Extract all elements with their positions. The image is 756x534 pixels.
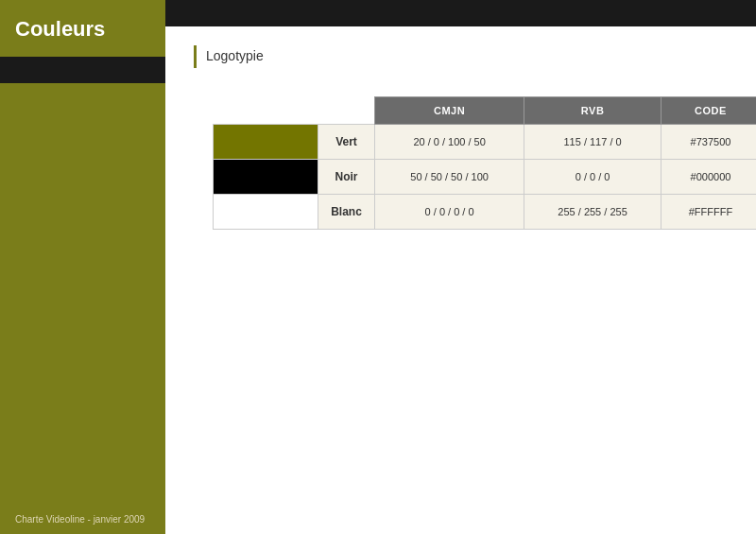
header-cmjn: CMJN <box>375 96 524 124</box>
main-top-bar <box>165 0 756 26</box>
color-swatch-cell <box>214 159 318 194</box>
sidebar-footer: Charte Videoline - janvier 2009 <box>0 505 165 534</box>
color-label: Blanc <box>318 194 375 229</box>
table-row: Noir50 / 50 / 50 / 1000 / 0 / 0#000000 <box>214 159 757 194</box>
sidebar-black-bar <box>0 57 165 83</box>
table-row: Vert20 / 0 / 100 / 50115 / 117 / 0#73750… <box>214 124 757 159</box>
color-table-wrapper: CMJN RVB CODE Vert20 / 0 / 100 / 50115 /… <box>213 96 756 230</box>
color-swatch-vert <box>214 125 318 159</box>
color-cmjn: 50 / 50 / 50 / 100 <box>375 159 524 194</box>
color-rvb: 0 / 0 / 0 <box>524 159 662 194</box>
color-swatch-cell <box>214 194 318 229</box>
section-header: Logotypie <box>194 45 756 68</box>
color-swatch-blanc <box>214 195 318 229</box>
color-rvb: 255 / 255 / 255 <box>524 194 662 229</box>
color-rvb: 115 / 117 / 0 <box>524 124 662 159</box>
main-content-area: Logotypie CMJN RVB CODE Vert20 / 0 / 100… <box>165 0 756 534</box>
main-content: Logotypie CMJN RVB CODE Vert20 / 0 / 100… <box>165 26 756 534</box>
color-swatch-noir <box>214 160 318 194</box>
color-label: Noir <box>318 159 375 194</box>
color-table: CMJN RVB CODE Vert20 / 0 / 100 / 50115 /… <box>213 96 756 230</box>
header-code: CODE <box>661 96 756 124</box>
color-code: #FFFFFF <box>661 194 756 229</box>
color-code: #000000 <box>661 159 756 194</box>
color-swatch-cell <box>214 124 318 159</box>
sidebar: Couleurs Charte Videoline - janvier 2009 <box>0 0 165 534</box>
header-rvb: RVB <box>524 96 662 124</box>
section-border-accent <box>194 45 197 68</box>
table-row: Blanc0 / 0 / 0 / 0255 / 255 / 255#FFFFFF <box>214 194 757 229</box>
color-cmjn: 0 / 0 / 0 / 0 <box>375 194 524 229</box>
table-header-row: CMJN RVB CODE <box>214 96 757 124</box>
color-code: #737500 <box>661 124 756 159</box>
color-cmjn: 20 / 0 / 100 / 50 <box>375 124 524 159</box>
color-label: Vert <box>318 124 375 159</box>
section-title: Logotypie <box>206 45 264 68</box>
sidebar-title: Couleurs <box>0 0 165 57</box>
